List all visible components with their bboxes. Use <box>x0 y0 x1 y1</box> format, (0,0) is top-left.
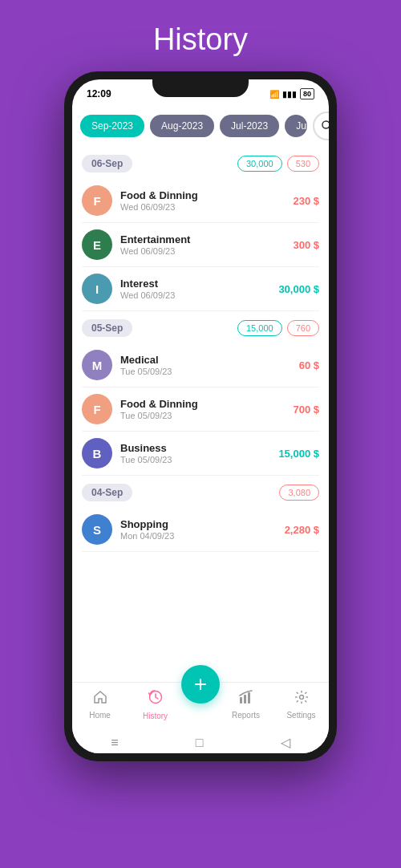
transaction-info-food-06sep: Food & Dinning Wed 06/09/23 <box>120 189 293 212</box>
transaction-info-medical-05sep: Medical Tue 05/09/23 <box>120 354 299 376</box>
transaction-entertainment-06sep[interactable]: E Entertainment Wed 06/09/23 300 $ <box>82 223 319 267</box>
history-icon <box>148 689 164 709</box>
wifi-icon: 📶 <box>269 90 279 99</box>
svg-rect-4 <box>244 695 246 704</box>
nav-label-history: History <box>143 712 168 720</box>
transaction-info-entertainment-06sep: Entertainment Wed 06/09/23 <box>120 233 293 256</box>
date-amounts-06sep: 30,000 530 <box>237 156 319 172</box>
phone-inner: 12:09 📶 ▮▮▮ 80 Sep-2023 Aug-2023 Jul-202… <box>72 79 329 753</box>
avatar-medical-05sep: M <box>82 350 112 380</box>
transaction-name-shopping-04sep: Shopping <box>120 518 285 530</box>
transaction-date-entertainment-06sep: Wed 06/09/23 <box>120 246 293 256</box>
transaction-date-interest-06sep: Wed 06/09/23 <box>120 290 278 300</box>
svg-rect-3 <box>240 697 242 704</box>
expense-badge-04sep: 3,080 <box>279 485 319 501</box>
transaction-name-medical-05sep: Medical <box>120 354 299 366</box>
income-badge-05sep: 15,000 <box>237 320 282 336</box>
transaction-name-entertainment-06sep: Entertainment <box>120 233 293 245</box>
transaction-shopping-04sep[interactable]: S Shopping Mon 04/09/23 2,280 $ <box>82 508 319 552</box>
avatar-business-05sep: B <box>82 438 112 468</box>
transaction-amount-business-05sep: 15,000 $ <box>278 448 319 460</box>
date-label-04sep: 04-Sep <box>82 484 132 501</box>
transaction-date-food-06sep: Wed 06/09/23 <box>120 202 293 212</box>
nav-item-reports[interactable]: Reports <box>218 690 273 720</box>
date-section-06sep: 06-Sep 30,000 530 <box>82 155 319 172</box>
status-icons: 📶 ▮▮▮ 80 <box>269 88 314 99</box>
transaction-date-food-05sep: Tue 05/09/23 <box>120 411 293 420</box>
transaction-info-business-05sep: Business Tue 05/09/23 <box>120 442 278 464</box>
transaction-amount-food-06sep: 230 $ <box>293 195 319 207</box>
home-icon <box>93 690 107 708</box>
bottom-nav: Home History + <box>72 682 329 730</box>
nav-item-settings[interactable]: Settings <box>273 690 329 720</box>
month-tab-jul2023[interactable]: Jul-2023 <box>220 115 279 137</box>
month-tab-aug2023[interactable]: Aug-2023 <box>150 115 214 137</box>
month-tab-sep2023[interactable]: Sep-2023 <box>80 115 144 137</box>
transaction-amount-entertainment-06sep: 300 $ <box>293 239 319 251</box>
expense-badge-06sep: 530 <box>287 156 319 172</box>
transaction-amount-shopping-04sep: 2,280 $ <box>285 524 319 536</box>
transaction-amount-interest-06sep: 30,000 $ <box>278 283 319 295</box>
svg-point-6 <box>299 696 303 700</box>
transaction-name-food-05sep: Food & Dinning <box>120 398 293 410</box>
search-button[interactable] <box>313 112 329 140</box>
expense-badge-05sep: 760 <box>287 320 319 336</box>
date-section-04sep: 04-Sep 3,080 <box>82 484 319 501</box>
android-nav-bar: ≡ □ ◁ <box>72 730 329 753</box>
transaction-interest-06sep[interactable]: I Interest Wed 06/09/23 30,000 $ <box>82 267 319 311</box>
date-amounts-05sep: 15,000 760 <box>237 320 319 336</box>
notch <box>152 79 249 97</box>
nav-label-home: Home <box>89 711 111 720</box>
battery-icon: 80 <box>300 88 314 99</box>
status-time: 12:09 <box>87 88 111 99</box>
avatar-food-06sep: F <box>82 185 112 216</box>
transaction-name-food-06sep: Food & Dinning <box>120 189 293 201</box>
date-amounts-04sep: 3,080 <box>279 485 319 501</box>
nav-label-settings: Settings <box>286 711 315 720</box>
nav-label-reports: Reports <box>232 711 260 720</box>
svg-rect-5 <box>248 692 250 704</box>
transaction-date-shopping-04sep: Mon 04/09/23 <box>120 531 285 541</box>
month-tab-jun2023[interactable]: Jun- <box>285 115 307 137</box>
transaction-info-food-05sep: Food & Dinning Tue 05/09/23 <box>120 398 293 420</box>
transaction-food-05sep[interactable]: F Food & Dinning Tue 05/09/23 700 $ <box>82 387 319 432</box>
transaction-info-interest-06sep: Interest Wed 06/09/23 <box>120 278 278 300</box>
avatar-entertainment-06sep: E <box>82 229 112 260</box>
date-label-05sep: 05-Sep <box>82 319 132 337</box>
android-menu-button[interactable]: ≡ <box>111 736 118 750</box>
android-back-button[interactable]: ◁ <box>281 735 290 750</box>
transaction-business-05sep[interactable]: B Business Tue 05/09/23 15,000 $ <box>82 432 319 476</box>
transaction-amount-medical-05sep: 60 $ <box>299 359 319 371</box>
search-icon <box>321 120 329 132</box>
income-badge-06sep: 30,000 <box>237 156 282 172</box>
transaction-medical-05sep[interactable]: M Medical Tue 05/09/23 60 $ <box>82 343 319 387</box>
fab-add-button[interactable]: + <box>181 665 220 704</box>
phone-wrapper: 12:09 📶 ▮▮▮ 80 Sep-2023 Aug-2023 Jul-202… <box>64 71 337 761</box>
date-section-05sep: 05-Sep 15,000 760 <box>82 319 319 337</box>
android-home-button[interactable]: □ <box>196 736 204 750</box>
content-area: 06-Sep 30,000 530 F Food & Dinning Wed 0… <box>72 147 329 682</box>
signal-icon: ▮▮▮ <box>282 90 297 99</box>
transaction-date-business-05sep: Tue 05/09/23 <box>120 455 278 464</box>
avatar-interest-06sep: I <box>82 274 112 304</box>
transaction-amount-food-05sep: 700 $ <box>293 404 319 416</box>
nav-item-history[interactable]: History <box>128 689 183 720</box>
transaction-name-interest-06sep: Interest <box>120 278 278 290</box>
transaction-info-shopping-04sep: Shopping Mon 04/09/23 <box>120 518 285 541</box>
transaction-date-medical-05sep: Tue 05/09/23 <box>120 367 299 376</box>
avatar-shopping-04sep: S <box>82 514 112 545</box>
transaction-name-business-05sep: Business <box>120 442 278 454</box>
page-title: History <box>153 22 248 57</box>
date-label-06sep: 06-Sep <box>82 155 132 172</box>
reports-icon <box>239 690 253 708</box>
settings-icon <box>294 690 309 708</box>
transaction-food-06sep[interactable]: F Food & Dinning Wed 06/09/23 230 $ <box>82 179 319 223</box>
month-tabs: Sep-2023 Aug-2023 Jul-2023 Jun- <box>72 105 329 147</box>
avatar-food-05sep: F <box>82 394 112 424</box>
nav-item-home[interactable]: Home <box>72 690 128 720</box>
svg-point-0 <box>322 121 329 128</box>
